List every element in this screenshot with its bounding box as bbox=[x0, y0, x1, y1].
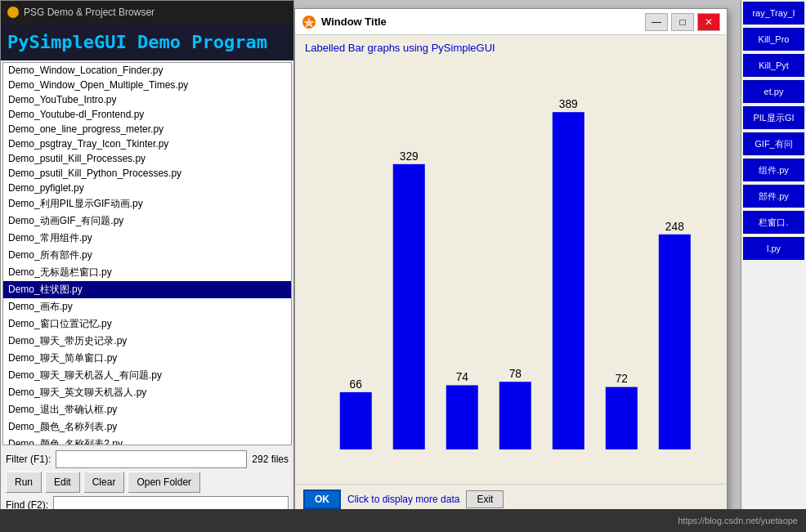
bar-label: 72 bbox=[616, 373, 628, 385]
popup-title: Window Title bbox=[321, 16, 645, 28]
bottom-controls: Filter (F1): 292 files Run Edit Clear Op… bbox=[1, 447, 293, 517]
popup-content: 66329747838972248 bbox=[295, 60, 727, 484]
file-item[interactable]: Demo_画布.py bbox=[3, 298, 291, 315]
file-item[interactable]: Demo_窗口位置记忆.py bbox=[3, 315, 291, 333]
right-panel-button[interactable]: GIF_有问 bbox=[743, 132, 804, 155]
file-list[interactable]: Demo_Window_Location_Finder.pyDemo_Windo… bbox=[2, 62, 292, 445]
file-item[interactable]: Demo_动画GIF_有问题.py bbox=[3, 212, 291, 230]
right-panel-button[interactable]: Kill_Pyt bbox=[743, 54, 804, 77]
bar bbox=[446, 385, 478, 449]
psg-title: PSG Demo & Project Browser bbox=[24, 7, 154, 18]
minimize-button[interactable]: — bbox=[645, 13, 668, 31]
file-item[interactable]: Demo_Window_Location_Finder.py bbox=[3, 63, 291, 78]
bar bbox=[553, 112, 584, 449]
file-item[interactable]: Demo_Window_Open_Multiple_Times.py bbox=[3, 78, 291, 92]
psg-header-text: PySimpleGUI Demo Program bbox=[7, 32, 287, 52]
file-item[interactable]: Demo_pyfiglet.py bbox=[3, 181, 291, 195]
file-item[interactable]: Demo_Youtube-dl_Frontend.py bbox=[3, 107, 291, 122]
file-item[interactable]: Demo_颜色_名称列表.py bbox=[3, 418, 291, 436]
filter-label: Filter (F1): bbox=[6, 454, 51, 465]
maximize-button[interactable]: □ bbox=[671, 13, 694, 31]
run-button[interactable]: Run bbox=[6, 472, 42, 493]
psg-icon bbox=[7, 7, 19, 18]
bar-label: 74 bbox=[456, 371, 469, 383]
file-item[interactable]: Demo_柱状图.py bbox=[3, 281, 291, 298]
window-controls: — □ ✕ bbox=[645, 13, 720, 31]
file-item[interactable]: Demo_无标题栏窗口.py bbox=[3, 264, 291, 281]
bar-label: 248 bbox=[665, 221, 684, 233]
bar-label: 329 bbox=[400, 150, 419, 163]
file-item[interactable]: Demo_颜色_名称列表2.py bbox=[3, 436, 291, 445]
bar-label: 78 bbox=[509, 368, 522, 380]
exit-button[interactable]: Exit bbox=[466, 490, 504, 508]
bar-chart: 66329747838972248 bbox=[303, 69, 719, 476]
file-count: 292 files bbox=[252, 454, 289, 465]
popup-titlebar: Window Title — □ ✕ bbox=[295, 9, 727, 35]
close-button[interactable]: ✕ bbox=[697, 13, 720, 31]
file-item[interactable]: Demo_利用PIL显示GIF动画.py bbox=[3, 195, 291, 212]
click-link[interactable]: Click to display more data bbox=[347, 494, 459, 505]
right-panel-button[interactable]: 栏窗口. bbox=[743, 211, 804, 234]
psg-browser-window: PSG Demo & Project Browser PySimpleGUI D… bbox=[0, 0, 294, 532]
bar bbox=[340, 392, 372, 449]
file-item[interactable]: Demo_常用组件.py bbox=[3, 230, 291, 247]
file-item[interactable]: Demo_退出_带确认框.py bbox=[3, 401, 291, 418]
clear-button[interactable]: Clear bbox=[83, 472, 125, 493]
popup-window: Window Title — □ ✕ Labelled Bar graphs u… bbox=[294, 8, 728, 515]
right-panel-button[interactable]: Kill_Pro bbox=[743, 28, 804, 51]
bar-label: 66 bbox=[350, 378, 363, 391]
popup-subtitle: Labelled Bar graphs using PySimpleGUI bbox=[295, 35, 727, 60]
chart-area: 66329747838972248 bbox=[303, 69, 719, 476]
psg-titlebar: PSG Demo & Project Browser bbox=[1, 1, 293, 24]
taskbar: https://blog.csdn.net/yuetaope bbox=[0, 509, 806, 532]
file-item[interactable]: Demo_聊天_简单窗口.py bbox=[3, 350, 291, 367]
right-panel-button[interactable]: 部件.py bbox=[743, 185, 804, 208]
right-panel-button[interactable]: PIL显示GI bbox=[743, 106, 804, 129]
file-item[interactable]: Demo_psutil_Kill_Python_Processes.py bbox=[3, 166, 291, 181]
file-item[interactable]: Demo_psutil_Kill_Processes.py bbox=[3, 151, 291, 166]
file-item[interactable]: Demo_聊天_聊天机器人_有问题.py bbox=[3, 367, 291, 384]
psg-header: PySimpleGUI Demo Program bbox=[1, 24, 293, 60]
file-item[interactable]: Demo_聊天_带历史记录.py bbox=[3, 333, 291, 350]
right-panel-button[interactable]: 组件.py bbox=[743, 159, 804, 181]
bar-label: 389 bbox=[559, 98, 578, 110]
file-item[interactable]: Demo_one_line_progress_meter.py bbox=[3, 122, 291, 136]
file-item[interactable]: Demo_YouTube_Intro.py bbox=[3, 92, 291, 107]
file-item[interactable]: Demo_聊天_英文聊天机器人.py bbox=[3, 384, 291, 401]
bar bbox=[393, 164, 425, 449]
popup-icon bbox=[302, 15, 316, 29]
bar bbox=[606, 387, 638, 449]
button-row: Run Edit Clear Open Folder bbox=[6, 472, 289, 493]
right-panel-button[interactable]: ray_Tray_I bbox=[743, 2, 804, 25]
file-item[interactable]: Demo_psgtray_Tray_Icon_Tkinter.py bbox=[3, 136, 291, 151]
right-panel-button[interactable]: et.py bbox=[743, 80, 804, 103]
right-panel-button[interactable]: l.py bbox=[743, 237, 804, 260]
filter-input[interactable] bbox=[56, 450, 247, 468]
open-folder-button[interactable]: Open Folder bbox=[128, 472, 200, 493]
filter-row: Filter (F1): 292 files bbox=[6, 450, 289, 468]
bar bbox=[499, 382, 531, 449]
right-panel: ray_Tray_IKill_ProKill_Pytet.pyPIL显示GIGI… bbox=[741, 0, 806, 532]
ok-button[interactable]: OK bbox=[303, 490, 341, 509]
file-item[interactable]: Demo_所有部件.py bbox=[3, 247, 291, 264]
taskbar-text: https://blog.csdn.net/yuetaope bbox=[678, 516, 798, 525]
bar bbox=[659, 235, 691, 449]
edit-button[interactable]: Edit bbox=[45, 472, 80, 493]
